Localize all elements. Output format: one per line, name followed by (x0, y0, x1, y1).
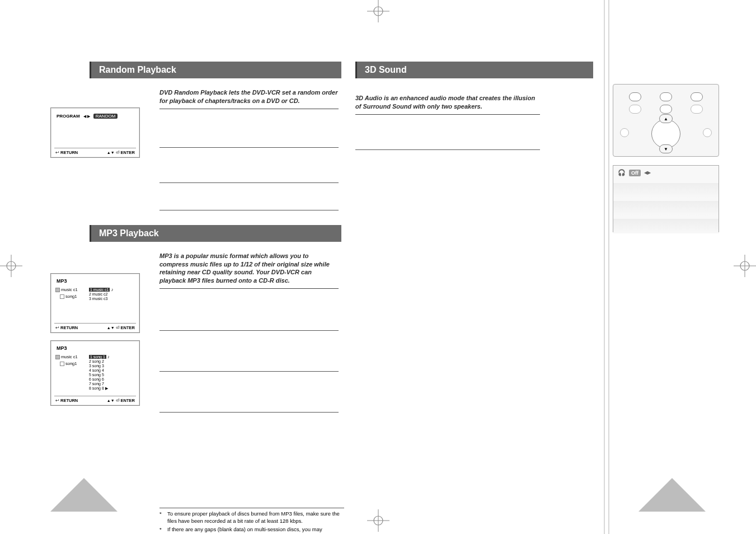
bullet-icon: * (159, 510, 164, 525)
footnotes: *To ensure proper playback of discs burn… (159, 508, 344, 534)
3dsound-intro-text: 3D Audio is an enhanced audio mode that … (355, 94, 540, 111)
remote-illustration: ▲ ▼ (613, 84, 719, 157)
off-badge: Off (629, 170, 641, 176)
file-icon (60, 294, 64, 299)
updown-icon: ▲▼ (107, 151, 115, 154)
tree-file: song1 (65, 294, 77, 299)
divider (159, 288, 339, 289)
divider (355, 149, 540, 150)
registration-mark-icon (367, 509, 389, 534)
divider (159, 109, 339, 109)
return-label: RETURN (60, 325, 78, 330)
osd-title: MP3 (57, 345, 136, 351)
footnote-text: To ensure proper playback of discs burne… (167, 510, 344, 525)
folder-icon (55, 355, 60, 359)
osd-program-panel: PROGRAM ◀ ▶ RANDOM ↩ RETURN ▲▼ ⏎ ENTER (50, 107, 140, 158)
return-icon: ↩ (55, 325, 59, 330)
file-icon (60, 362, 64, 366)
return-label: RETURN (60, 150, 78, 155)
program-label: PROGRAM (57, 114, 80, 119)
enter-icon: ⏎ (116, 150, 120, 155)
remote-button-icon (660, 92, 672, 101)
remote-button-icon (660, 105, 672, 114)
list-item: 3 song 3 (89, 364, 130, 368)
list-item-selected: 1 music c1 (89, 288, 110, 292)
divider (355, 114, 540, 115)
enter-label: ENTER (121, 325, 135, 330)
osd-mp3-songs-panel: MP3 music c1 song1 1 song 1 ♪ 2 song 2 3… (50, 340, 140, 406)
list-item: 6 song 6 (89, 377, 130, 381)
mp3-intro-text: MP3 is a popular music format which allo… (159, 252, 339, 285)
section-header-3dsound: 3D Sound (355, 62, 593, 78)
up-arrow-icon: ▲ (659, 114, 673, 123)
list-item: 7 song 7 (89, 382, 130, 386)
footnote-text: If there are any gaps (blank data) on mu… (167, 526, 344, 534)
list-item: 3 music c3 (89, 297, 130, 301)
divider (159, 412, 339, 413)
registration-mark-icon (0, 255, 22, 279)
enter-icon: ⏎ (116, 325, 120, 330)
left-right-icon: ◀▶ (644, 170, 651, 175)
section-header-mp3: MP3 Playback (90, 225, 341, 242)
osd-title: MP3 (57, 278, 136, 284)
return-icon: ↩ (55, 398, 59, 403)
remote-button-icon (691, 105, 703, 114)
right-page: 3D Sound 3D Audio is an enhanced audio m… (355, 62, 646, 150)
return-icon: ↩ (55, 150, 59, 155)
tree-folder: music c1 (61, 287, 78, 292)
remote-button-icon (703, 128, 712, 137)
mp3-steps (159, 293, 339, 413)
corner-triangle-icon (638, 478, 706, 512)
updown-icon: ▲▼ (107, 399, 115, 402)
list-item: 2 music c2 (89, 292, 130, 296)
list-item: 2 song 2 (89, 359, 130, 363)
folder-icon (55, 288, 60, 292)
osd-mp3-folders-panel: MP3 music c1 song1 1 music c1 ♪ 2 music … (50, 273, 140, 333)
down-arrow-icon: ▼ (659, 144, 673, 153)
3dsound-steps (355, 130, 540, 150)
list-item-selected: 1 song 1 (89, 355, 106, 359)
list-item: 8 song 8 ▶ (89, 386, 130, 391)
status-blur-row (613, 219, 719, 233)
random-steps (159, 125, 339, 210)
bullet-icon: * (159, 526, 164, 534)
divider (159, 508, 344, 508)
note-icon: ♪ (111, 287, 115, 292)
status-blur-row (613, 183, 719, 198)
updown-icon: ▲▼ (107, 326, 115, 330)
status-blur-row (613, 201, 719, 216)
tree-folder: music c1 (61, 354, 78, 359)
list-item: 4 song 4 (89, 368, 130, 372)
return-label: RETURN (60, 398, 78, 403)
dpad-icon: ▲ ▼ (651, 119, 680, 148)
remote-button-icon (629, 92, 641, 101)
enter-label: ENTER (121, 398, 135, 403)
section-header-random: Random Playback (90, 62, 341, 78)
left-page: Random Playback DVD Random Playback lets… (50, 62, 341, 534)
remote-button-icon (629, 105, 641, 114)
registration-mark-icon (734, 255, 756, 279)
status-panel: 🎧 Off ◀▶ (613, 165, 719, 232)
note-icon: ♪ (107, 354, 112, 359)
corner-triangle-icon (50, 478, 118, 512)
headphones-icon: 🎧 (618, 169, 626, 176)
random-label: RANDOM (93, 114, 118, 119)
enter-label: ENTER (121, 150, 135, 155)
tree-file: song1 (65, 361, 77, 366)
left-right-icon: ◀ ▶ (83, 114, 90, 119)
list-item: 5 song 5 (89, 373, 130, 377)
remote-button-icon (691, 92, 703, 101)
random-intro-text: DVD Random Playback lets the DVD-VCR set… (159, 88, 339, 105)
remote-button-icon (620, 128, 629, 137)
enter-icon: ⏎ (116, 398, 120, 403)
registration-mark-icon (367, 0, 389, 25)
